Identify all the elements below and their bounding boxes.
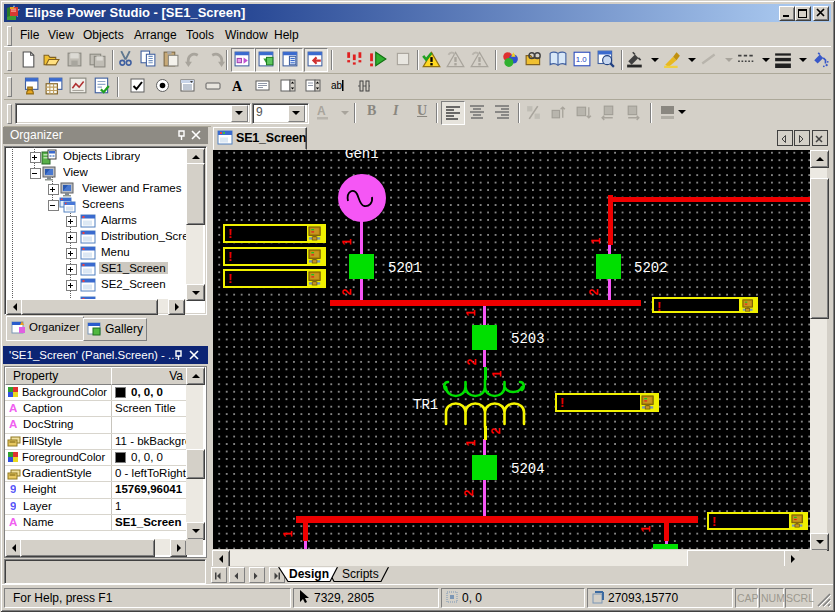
svg-text:ab: ab — [331, 80, 343, 91]
svg-text:A: A — [232, 79, 243, 94]
svg-text:A: A — [317, 104, 326, 118]
svg-text:1.0: 1.0 — [576, 55, 588, 64]
